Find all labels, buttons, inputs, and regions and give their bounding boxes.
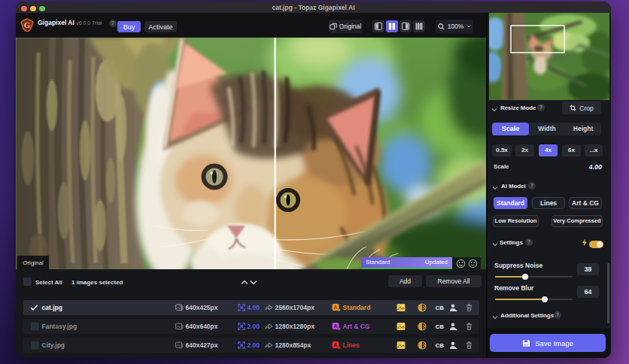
svg-text:G: G: [23, 20, 30, 29]
